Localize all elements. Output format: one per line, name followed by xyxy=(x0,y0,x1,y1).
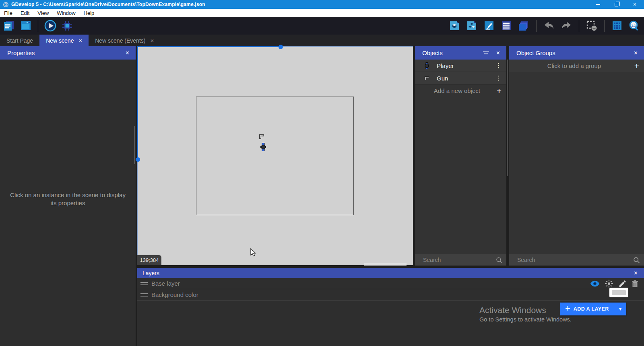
objects-close-icon[interactable]: × xyxy=(495,49,502,57)
start-page-button[interactable] xyxy=(19,19,32,32)
tab-close-icon[interactable]: × xyxy=(150,37,154,44)
tab-label: New scene xyxy=(46,37,74,44)
menu-bar: File Edit View Window Help xyxy=(0,9,644,17)
resize-handle-left[interactable] xyxy=(136,157,140,162)
object-menu-icon[interactable]: ⋮ xyxy=(491,62,506,69)
menu-edit[interactable]: Edit xyxy=(17,9,33,17)
add-layer-label: ADD A LAYER xyxy=(574,306,614,312)
properties-scrollbar[interactable] xyxy=(134,126,135,164)
instances-list-icon xyxy=(501,21,512,31)
resize-handle-top[interactable] xyxy=(279,45,283,49)
watermark-line2: Go to Settings to activate Windows. xyxy=(479,316,596,323)
gdevelop-window: G GDevelop 5 - C:\Users\Sparkle\OneDrive… xyxy=(0,0,644,346)
object-groups-close-icon[interactable]: × xyxy=(632,49,639,57)
objects-panel-scrollbar[interactable] xyxy=(507,60,508,176)
object-groups-panel-header: Object Groups × xyxy=(509,46,644,60)
object-groups-panel-title: Object Groups xyxy=(516,49,555,56)
player-thumbnail-icon xyxy=(422,62,431,69)
objects-editor-button[interactable] xyxy=(448,19,461,32)
objects-search-row xyxy=(415,254,506,266)
debug-icon xyxy=(61,20,73,32)
search-icon xyxy=(633,257,640,264)
close-icon: × xyxy=(633,2,636,7)
menu-help[interactable]: Help xyxy=(80,9,99,17)
play-button[interactable] xyxy=(44,19,57,32)
gun-instance[interactable] xyxy=(258,133,265,140)
properties-close-icon[interactable]: × xyxy=(124,49,131,57)
objects-editor-icon xyxy=(449,21,460,31)
deselect-button[interactable] xyxy=(585,19,598,32)
scene-properties-button[interactable] xyxy=(483,19,495,32)
add-layer-caret-icon[interactable]: ▾ xyxy=(614,306,626,312)
background-color-swatch[interactable] xyxy=(609,288,628,297)
close-button[interactable]: × xyxy=(625,0,644,9)
edit-layer-pencil-icon[interactable] xyxy=(619,280,626,288)
canvas-horizontal-scrollbar[interactable] xyxy=(364,263,407,266)
tab-start-page[interactable]: Start Page xyxy=(0,35,39,46)
layer-effects-icon[interactable] xyxy=(605,280,613,288)
background-color-value xyxy=(612,290,626,295)
toolbar-separator xyxy=(579,20,579,32)
window-border-top xyxy=(137,46,281,47)
app-logo-icon: G xyxy=(3,2,8,7)
window-icon xyxy=(20,20,32,32)
tab-close-icon[interactable]: × xyxy=(78,37,82,44)
layers-panel-header: Layers × xyxy=(137,268,644,278)
object-row-gun[interactable]: Gun ⋮ xyxy=(415,72,506,84)
project-manager-button[interactable] xyxy=(2,19,15,32)
layers-close-icon[interactable]: × xyxy=(632,270,639,277)
object-row-player[interactable]: Player ⋮ xyxy=(415,60,506,72)
delete-layer-trash-icon[interactable] xyxy=(632,280,638,288)
visibility-eye-icon[interactable] xyxy=(590,280,599,287)
add-layer-button[interactable]: + ADD A LAYER ▾ xyxy=(560,303,626,315)
debug-button[interactable] xyxy=(61,19,74,32)
menu-window[interactable]: Window xyxy=(53,9,79,17)
project-manager-icon xyxy=(3,20,15,32)
redo-button[interactable] xyxy=(560,19,573,32)
add-object-row[interactable]: Add a new object + xyxy=(415,84,506,97)
window-border-left xyxy=(137,46,138,160)
properties-panel-header: Properties × xyxy=(0,46,136,60)
properties-panel-title: Properties xyxy=(7,49,35,56)
drag-handle-icon[interactable] xyxy=(140,280,148,287)
layers-editor-button[interactable] xyxy=(517,19,530,32)
object-menu-icon[interactable]: ⋮ xyxy=(491,74,506,82)
layer-name: Background color xyxy=(151,291,198,298)
layer-row-background[interactable]: Background color xyxy=(137,289,644,301)
edit-properties-icon xyxy=(484,21,494,31)
menu-view[interactable]: View xyxy=(33,9,53,17)
menu-file[interactable]: File xyxy=(0,9,17,17)
tab-new-scene[interactable]: New scene × xyxy=(39,35,89,46)
properties-panel: Properties × Click on an instance in the… xyxy=(0,46,136,346)
objects-search-input[interactable] xyxy=(423,257,496,263)
redo-icon xyxy=(561,20,572,31)
object-groups-editor-button[interactable] xyxy=(465,19,478,32)
add-object-plus-icon: + xyxy=(492,86,506,96)
instances-list-button[interactable] xyxy=(500,19,513,32)
filter-icon[interactable] xyxy=(483,50,489,56)
selection-mask-icon xyxy=(586,20,597,31)
add-group-row[interactable]: Click to add a group + xyxy=(509,60,644,72)
cursor-coordinates-badge: 139;384 xyxy=(137,255,161,265)
minimize-button[interactable] xyxy=(588,0,607,9)
window-title: GDevelop 5 - C:\Users\Sparkle\OneDrive\D… xyxy=(11,2,205,7)
tab-new-scene-events[interactable]: New scene (Events) × xyxy=(89,35,160,46)
drag-handle-icon[interactable] xyxy=(140,292,148,298)
player-instance[interactable] xyxy=(260,143,266,151)
groups-search-input[interactable] xyxy=(517,257,633,263)
editor-tab-bar: Start Page New scene × New scene (Events… xyxy=(0,35,644,46)
grid-button[interactable] xyxy=(611,19,623,32)
zoom-reset-button[interactable]: 1:1 xyxy=(628,19,641,32)
restore-button[interactable] xyxy=(607,0,625,9)
undo-button[interactable] xyxy=(543,19,555,32)
undo-icon xyxy=(543,20,555,31)
layers-panel: Layers × Base layer xyxy=(137,268,644,346)
object-name: Gun xyxy=(437,75,491,82)
scene-canvas[interactable]: 139;384 xyxy=(137,46,413,265)
objects-panel-header: Objects × xyxy=(415,46,506,60)
tab-label: Start Page xyxy=(6,37,33,44)
add-group-label: Click to add a group xyxy=(509,62,630,69)
layers-panel-title: Layers xyxy=(142,270,159,276)
toolbar-separator xyxy=(536,20,537,32)
layer-row-base[interactable]: Base layer xyxy=(137,278,644,289)
